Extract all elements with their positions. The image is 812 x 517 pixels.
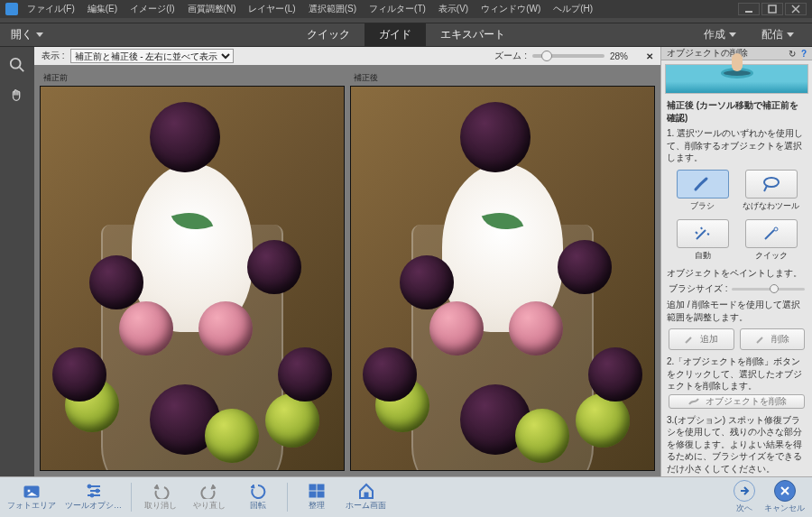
quick-tool-button[interactable] (745, 219, 798, 248)
step-3-text: 3.(オプション) スポット修復ブラシを使用して、残りの小さな部分を修復します。… (661, 412, 812, 477)
titlebar: ファイル(F) 編集(E) イメージ(I) 画質調整(N) レイヤー(L) 選択… (0, 0, 812, 18)
preview-thumbnail (665, 64, 808, 94)
display-mode-select[interactable]: 補正前と補正後 - 左右に並べて表示 (70, 49, 234, 63)
side-panel: オブジェクトの削除 ↻ ? 補正後 (カーソル移動で補正前を確認) 1. 選択ツ… (660, 47, 812, 476)
redo-button[interactable]: やり直し (189, 483, 229, 512)
tab-guided[interactable]: ガイド (364, 23, 426, 47)
svg-point-12 (90, 494, 94, 497)
undo-button[interactable]: 取り消し (141, 483, 180, 512)
photo-bin-button[interactable]: フォトエリア (7, 483, 56, 512)
tool-column (0, 47, 34, 476)
menu-edit[interactable]: 編集(E) (88, 3, 117, 15)
chevron-down-icon (36, 32, 43, 37)
next-label: 次へ (736, 503, 752, 514)
minimize-button[interactable] (738, 3, 760, 15)
brush-size-label: ブラシサイズ : (669, 282, 728, 295)
svg-rect-16 (318, 492, 324, 497)
window-controls (738, 3, 807, 15)
maximize-button[interactable] (761, 3, 783, 15)
tab-quick[interactable]: クイック (292, 23, 364, 47)
pane-after: 補正後 (350, 70, 655, 471)
close-button[interactable] (785, 3, 807, 15)
zoom-slider[interactable] (532, 54, 604, 58)
paint-label: オブジェクトをペイントします。 (661, 265, 812, 282)
svg-point-4 (11, 59, 21, 69)
tool-options-button[interactable]: ツールオプシ… (65, 483, 122, 512)
pane-before-label: 補正前 (40, 70, 345, 86)
chevron-down-icon (729, 32, 736, 37)
svg-rect-17 (364, 493, 368, 498)
main-area: 表示 : 補正前と補正後 - 左右に並べて表示 ズーム : 28% ✕ 補正前 (0, 47, 812, 476)
auto-tool-button[interactable] (677, 219, 729, 248)
add-label: 追加 (700, 333, 718, 346)
svg-rect-0 (745, 11, 752, 13)
menu-select[interactable]: 選択範囲(S) (309, 3, 356, 15)
hand-tool[interactable] (5, 83, 30, 108)
svg-point-6 (764, 178, 779, 187)
image-after[interactable] (350, 86, 655, 471)
svg-rect-14 (318, 485, 324, 490)
bottom-bar: フォトエリア ツールオプシ… 取り消し やり直し 回転 整理 ホーム画面 次へ … (0, 476, 812, 517)
step-2-text: 2.「オブジェクトを削除」ボタンをクリックして、選択したオブジェクトを削除します… (661, 354, 812, 394)
help-icon[interactable]: ? (801, 49, 807, 59)
svg-point-9 (27, 489, 31, 493)
quick-tool-label: クイック (740, 250, 803, 262)
brush-tool-button[interactable] (677, 170, 729, 198)
organizer-button[interactable]: 整理 (297, 483, 337, 512)
preview-caption: 補正後 (カーソル移動で補正前を確認) (661, 97, 812, 125)
subtract-button[interactable]: 削除 (740, 328, 806, 350)
display-bar: 表示 : 補正前と補正後 - 左右に並べて表示 ズーム : 28% ✕ (34, 47, 660, 65)
brush-size-slider[interactable] (732, 288, 805, 291)
rotate-button[interactable]: 回転 (238, 483, 278, 512)
create-button[interactable]: 作成 (691, 27, 749, 42)
step-1-text: 1. 選択ツールのいずれかを使用して、削除するオブジェクトを選択します。 (661, 125, 812, 166)
reset-icon[interactable]: ↻ (789, 49, 796, 59)
svg-point-10 (88, 485, 91, 488)
pane-after-label: 補正後 (350, 70, 655, 86)
menu-help[interactable]: ヘルプ(H) (553, 3, 593, 15)
addremove-text: 追加 / 削除モードを使用して選択範囲を調整します。 (661, 297, 812, 325)
zoom-tool[interactable] (5, 52, 30, 78)
brush-tool-label: ブラシ (671, 200, 734, 212)
svg-point-11 (96, 489, 99, 493)
menu-image[interactable]: イメージ(I) (130, 3, 174, 15)
menu-view[interactable]: 表示(V) (438, 3, 468, 15)
svg-line-5 (20, 68, 24, 72)
menu-window[interactable]: ウィンドウ(W) (481, 3, 540, 15)
zoom-knob[interactable] (541, 51, 552, 61)
cancel-button[interactable] (774, 480, 796, 502)
open-label: 開く (11, 27, 32, 42)
add-button[interactable]: 追加 (669, 328, 734, 350)
lasso-tool-button[interactable] (745, 170, 798, 198)
app-logo (5, 3, 18, 15)
lasso-tool-label: なげなわツール (740, 200, 803, 212)
menu-enhance[interactable]: 画質調整(N) (188, 3, 236, 15)
chevron-down-icon (787, 32, 794, 37)
svg-rect-1 (769, 5, 776, 13)
share-label: 配信 (761, 27, 783, 42)
next-button[interactable] (734, 480, 755, 502)
tab-expert[interactable]: エキスパート (426, 23, 520, 47)
mode-bar: 開く クイック ガイド エキスパート 作成 配信 (0, 23, 812, 47)
zoom-value: 28% (610, 51, 628, 61)
subtract-label: 削除 (771, 333, 789, 346)
zoom-label: ズーム : (494, 50, 527, 62)
menu-file[interactable]: ファイル(F) (27, 3, 75, 15)
remove-object-label: オブジェクトを削除 (706, 395, 787, 408)
create-label: 作成 (704, 27, 725, 42)
image-before[interactable] (40, 86, 345, 471)
pane-before: 補正前 (40, 70, 345, 471)
menu-filter[interactable]: フィルター(T) (369, 3, 426, 15)
home-button[interactable]: ホーム画面 (346, 483, 386, 512)
display-label: 表示 : (42, 50, 65, 62)
close-document-icon[interactable]: ✕ (646, 51, 653, 61)
cancel-label: キャンセル (764, 503, 805, 514)
auto-tool-label: 自動 (671, 250, 734, 262)
svg-rect-13 (309, 485, 316, 490)
open-button[interactable]: 開く (11, 27, 43, 42)
menu-layer[interactable]: レイヤー(L) (248, 3, 295, 15)
brush-size-knob[interactable] (770, 284, 779, 293)
remove-object-button[interactable]: オブジェクトを削除 (669, 394, 805, 409)
share-button[interactable]: 配信 (749, 27, 807, 42)
canvas-area: 表示 : 補正前と補正後 - 左右に並べて表示 ズーム : 28% ✕ 補正前 (34, 47, 660, 476)
